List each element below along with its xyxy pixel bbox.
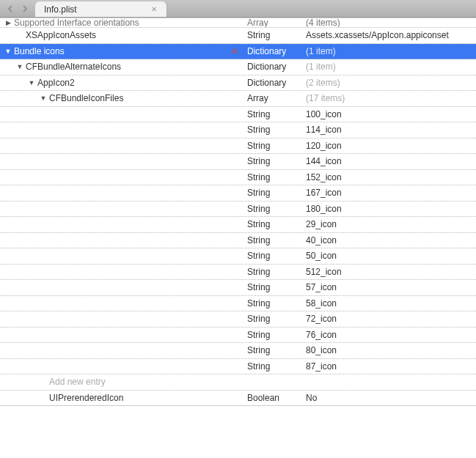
- plist-key: [0, 284, 244, 291]
- plist-row[interactable]: String80_icon: [0, 343, 476, 359]
- plist-row[interactable]: XSAppIconAssetsStringAssets.xcassets/App…: [0, 28, 476, 44]
- plist-row[interactable]: String72_icon: [0, 311, 476, 328]
- disclosure-triangle-icon[interactable]: ▼: [40, 95, 47, 102]
- disclosure-triangle-icon: [51, 111, 59, 118]
- plist-type[interactable]: String: [244, 282, 303, 292]
- plist-row[interactable]: String120_icon: [0, 138, 476, 155]
- plist-value[interactable]: 87_icon: [303, 361, 476, 372]
- plist-type[interactable]: String: [244, 156, 303, 166]
- plist-value[interactable]: 144_icon: [303, 156, 476, 166]
- plist-type[interactable]: String: [244, 314, 303, 324]
- plist-row[interactable]: String76_icon: [0, 328, 476, 344]
- plist-row[interactable]: String50_icon: [0, 248, 476, 265]
- plist-type[interactable]: String: [244, 109, 303, 119]
- plist-row[interactable]: String40_icon: [0, 233, 476, 249]
- plist-row[interactable]: String58_icon: [0, 296, 476, 312]
- close-icon[interactable]: ✕: [149, 4, 159, 15]
- delete-row-icon[interactable]: ⊖: [230, 46, 240, 56]
- plist-value[interactable]: 120_icon: [303, 141, 476, 151]
- plist-row[interactable]: UIPrerenderedIconBooleanNo: [0, 391, 476, 407]
- plist-type[interactable]: String: [244, 235, 303, 245]
- plist-value[interactable]: 152_icon: [303, 172, 476, 182]
- plist-key: ▼CFBundleIconFiles: [0, 93, 244, 103]
- plist-type[interactable]: Dictionary: [244, 62, 303, 72]
- plist-row[interactable]: ▼AppIcon2Dictionary(2 items): [0, 75, 476, 92]
- disclosure-triangle-icon: [51, 205, 59, 213]
- plist-value[interactable]: Assets.xcassets/AppIcon.appiconset: [303, 30, 476, 40]
- disclosure-triangle-icon: [51, 174, 59, 181]
- plist-type[interactable]: Dictionary: [244, 78, 303, 88]
- plist-type[interactable]: String: [244, 125, 303, 135]
- plist-key: [0, 189, 244, 196]
- plist-type[interactable]: String: [244, 361, 303, 372]
- disclosure-triangle-icon[interactable]: ▼: [28, 79, 35, 86]
- plist-type[interactable]: String: [244, 345, 303, 355]
- plist-value[interactable]: 80_icon: [303, 345, 476, 355]
- plist-row[interactable]: Add new entry: [0, 374, 476, 391]
- plist-row[interactable]: ▼CFBundleAlternateIconsDictionary(1 item…: [0, 59, 476, 75]
- plist-value[interactable]: (2 items): [303, 78, 476, 88]
- plist-type[interactable]: String: [244, 267, 303, 277]
- plist-value[interactable]: (17 items): [303, 93, 476, 103]
- plist-key: UIPrerenderedIcon: [0, 393, 244, 403]
- plist-type[interactable]: String: [244, 172, 303, 182]
- plist-row[interactable]: ▼CFBundleIconFilesArray(17 items): [0, 91, 476, 107]
- plist-type[interactable]: String: [244, 30, 303, 40]
- disclosure-triangle-icon[interactable]: ▼: [4, 48, 12, 55]
- plist-value[interactable]: (1 item): [303, 46, 476, 56]
- plist-type[interactable]: String: [244, 204, 303, 214]
- plist-row[interactable]: String167_icon: [0, 185, 476, 202]
- plist-value[interactable]: 114_icon: [303, 125, 476, 135]
- plist-row[interactable]: String152_icon: [0, 170, 476, 186]
- disclosure-triangle-icon: [51, 268, 59, 276]
- plist-value[interactable]: 72_icon: [303, 314, 476, 324]
- plist-value[interactable]: No: [303, 393, 476, 403]
- plist-type[interactable]: Array: [244, 93, 303, 103]
- plist-value[interactable]: 29_icon: [303, 219, 476, 229]
- tab-info-plist[interactable]: Info.plist ✕: [35, 1, 167, 17]
- plist-row[interactable]: String29_icon: [0, 217, 476, 233]
- plist-row[interactable]: String512_icon: [0, 265, 476, 281]
- plist-table: XSAppIconAssetsStringAssets.xcassets/App…: [0, 28, 476, 406]
- plist-type[interactable]: String: [244, 219, 303, 229]
- plist-type[interactable]: Boolean: [244, 393, 303, 403]
- plist-row-cutoff[interactable]: ▶ Supported Interface orientations Array…: [0, 18, 476, 28]
- plist-type[interactable]: String: [244, 330, 303, 340]
- plist-row[interactable]: String100_icon: [0, 107, 476, 123]
- plist-value[interactable]: 167_icon: [303, 188, 476, 198]
- disclosure-triangle-icon: [51, 221, 59, 228]
- plist-value[interactable]: 40_icon: [303, 235, 476, 245]
- plist-value[interactable]: 180_icon: [303, 204, 476, 214]
- plist-row[interactable]: String144_icon: [0, 154, 476, 170]
- plist-row[interactable]: String87_icon: [0, 359, 476, 375]
- disclosure-triangle-icon: [51, 315, 59, 322]
- plist-row[interactable]: ▼Bundle icons⊖Dictionary(1 item): [0, 44, 476, 60]
- plist-value[interactable]: 76_icon: [303, 330, 476, 340]
- plist-type[interactable]: String: [244, 251, 303, 261]
- plist-row[interactable]: String114_icon: [0, 122, 476, 138]
- disclosure-triangle-icon[interactable]: ▶: [4, 19, 12, 26]
- plist-value[interactable]: 58_icon: [303, 298, 476, 309]
- plist-row[interactable]: String180_icon: [0, 202, 476, 218]
- nav-back-button[interactable]: [3, 1, 18, 16]
- plist-key: [0, 252, 244, 259]
- plist-type: Array: [244, 18, 303, 28]
- plist-row[interactable]: String57_icon: [0, 280, 476, 296]
- plist-value[interactable]: 50_icon: [303, 251, 476, 261]
- nav-forward-button[interactable]: [18, 1, 32, 16]
- tab-bar: Info.plist ✕: [0, 0, 476, 18]
- disclosure-triangle-icon: [51, 126, 59, 133]
- disclosure-triangle-icon: [51, 284, 59, 291]
- plist-value[interactable]: 100_icon: [303, 109, 476, 119]
- plist-key: Add new entry: [0, 377, 244, 387]
- plist-type[interactable]: Dictionary: [244, 46, 303, 56]
- disclosure-triangle-icon: [51, 252, 59, 259]
- plist-type[interactable]: String: [244, 298, 303, 309]
- disclosure-triangle-icon[interactable]: ▼: [16, 63, 23, 70]
- plist-value[interactable]: 57_icon: [303, 282, 476, 292]
- plist-value[interactable]: 512_icon: [303, 267, 476, 277]
- plist-value[interactable]: (1 item): [303, 62, 476, 72]
- disclosure-triangle-icon: [51, 142, 59, 149]
- plist-type[interactable]: String: [244, 188, 303, 198]
- plist-type[interactable]: String: [244, 141, 303, 151]
